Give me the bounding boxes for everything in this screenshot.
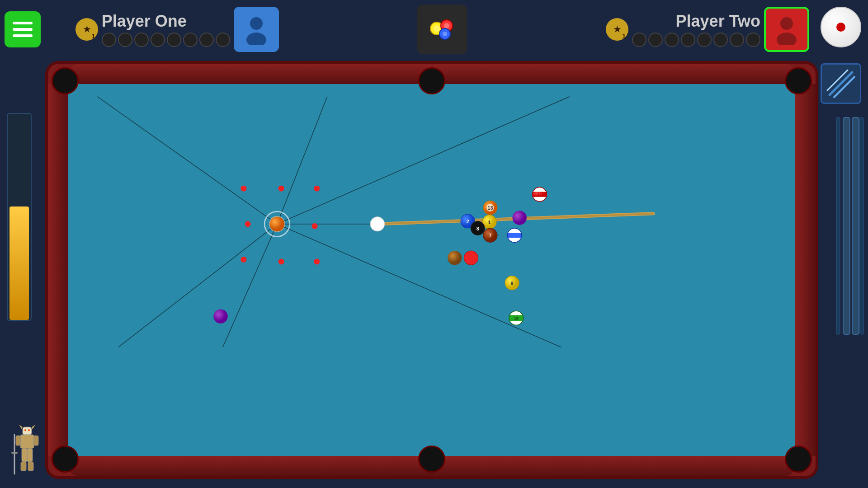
ball-dot (118, 33, 132, 47)
ball-dot (216, 33, 230, 47)
ball-11-svg (533, 187, 547, 201)
player-two-avatar-icon (771, 14, 802, 45)
svg-point-5 (444, 23, 449, 28)
svg-rect-24 (28, 462, 33, 471)
player-two-ball-indicators (632, 33, 760, 47)
ball-brown-svg (448, 251, 462, 265)
player-two-name-area: Player Two (632, 12, 760, 47)
svg-point-29 (24, 429, 26, 431)
ball-13-svg (483, 201, 497, 215)
svg-point-30 (28, 429, 30, 431)
cushion-right (795, 84, 816, 456)
player-two-rank-number: 1 (622, 33, 626, 40)
svg-rect-18 (20, 435, 34, 448)
player-one-ball-indicators (102, 33, 230, 47)
svg-point-9 (777, 33, 797, 45)
ball-2-svg (461, 214, 475, 228)
white-ball-svg (370, 217, 384, 231)
ball-purple-svg (512, 211, 526, 225)
ball-15-svg (509, 311, 523, 325)
ball-9-svg (505, 276, 519, 290)
pocket-bottom-right (785, 446, 812, 473)
ball-dot (199, 33, 214, 47)
svg-rect-13 (843, 117, 850, 334)
ball-13-label: 13 (487, 205, 493, 211)
player-two-section: Player Two ★ 1 (493, 7, 809, 52)
ball-1-label: 1 (488, 220, 491, 225)
svg-rect-22 (27, 448, 33, 462)
cue-selector-button[interactable] (821, 63, 861, 104)
ball-dot (697, 33, 712, 47)
guideline-3 (118, 224, 277, 347)
ball-dot (183, 33, 198, 47)
ball-dot (632, 33, 646, 47)
cue-ball-red-dot (836, 23, 845, 32)
ball-9-label: 9 (510, 281, 513, 286)
svg-rect-23 (21, 462, 26, 471)
ball-purple2-svg (213, 309, 227, 323)
ball-2-label: 2 (466, 219, 469, 224)
character-avatar (9, 425, 45, 479)
menu-button[interactable] (5, 11, 41, 47)
player-two-rank: ★ 1 (606, 18, 628, 41)
rail-indicator (834, 113, 866, 339)
power-meter[interactable] (7, 113, 32, 321)
player-two-avatar (764, 7, 809, 52)
svg-rect-26 (11, 452, 18, 454)
table-felt: 13 2 1 8 7 (68, 84, 795, 456)
aim-circle-outer (264, 211, 289, 236)
pocket-bottom-left (52, 446, 79, 473)
cue-stick-shadow (377, 214, 653, 224)
header: ★ 1 Player One (0, 0, 868, 59)
cue-sticks-icon (825, 68, 857, 99)
red-dot (278, 186, 284, 192)
ball-8-svg (471, 221, 485, 235)
pool-table-container: 13 2 1 8 7 (45, 61, 818, 479)
red-dot (314, 186, 320, 192)
cue-stick (377, 214, 653, 224)
center-balls-icon (417, 5, 467, 54)
svg-rect-20 (34, 436, 38, 446)
character-icon (9, 425, 45, 479)
pocket-top-right (785, 67, 812, 94)
svg-rect-21 (22, 448, 27, 462)
guide-lines (97, 97, 570, 347)
guideline-5 (277, 97, 327, 224)
ball-dot (102, 33, 116, 47)
svg-rect-19 (16, 436, 20, 446)
guideline-1 (97, 97, 277, 224)
svg-rect-14 (852, 117, 859, 334)
pocket-top-middle (418, 67, 445, 94)
player-two-name: Player Two (676, 12, 760, 31)
svg-point-8 (780, 17, 793, 30)
pocket-top-left (52, 67, 79, 94)
ball-dot (730, 33, 744, 47)
cue-ball-display (821, 7, 861, 47)
ball-8-label: 8 (476, 226, 479, 231)
ball-dot (746, 33, 760, 47)
billiard-balls-icon (424, 11, 460, 47)
player-one-rank: ★ 1 (75, 18, 98, 41)
player-one-avatar (234, 7, 279, 52)
red-dot (241, 257, 246, 263)
ball-blue-svg (507, 228, 521, 242)
ball-dot (151, 33, 165, 47)
ball-15-label: 15 (514, 316, 519, 321)
svg-marker-27 (19, 425, 23, 429)
svg-rect-15 (836, 117, 840, 334)
pocket-bottom-middle (418, 446, 445, 473)
ball-13-stripe (486, 204, 494, 211)
svg-point-3 (434, 25, 440, 32)
ball-1-svg (482, 215, 496, 229)
ball-11-stripe (533, 192, 547, 197)
svg-point-7 (443, 32, 447, 36)
orange-ball-svg (269, 216, 284, 231)
ball-dot (134, 33, 149, 47)
player-one-name-area: Player One (102, 12, 230, 47)
player-one-name: Player One (102, 12, 230, 31)
red-dot (314, 259, 320, 265)
ball-blue-outline (507, 228, 521, 242)
ball-red-svg (464, 251, 478, 265)
svg-rect-16 (860, 117, 863, 334)
game-overlay: 13 2 1 8 7 (68, 84, 795, 456)
